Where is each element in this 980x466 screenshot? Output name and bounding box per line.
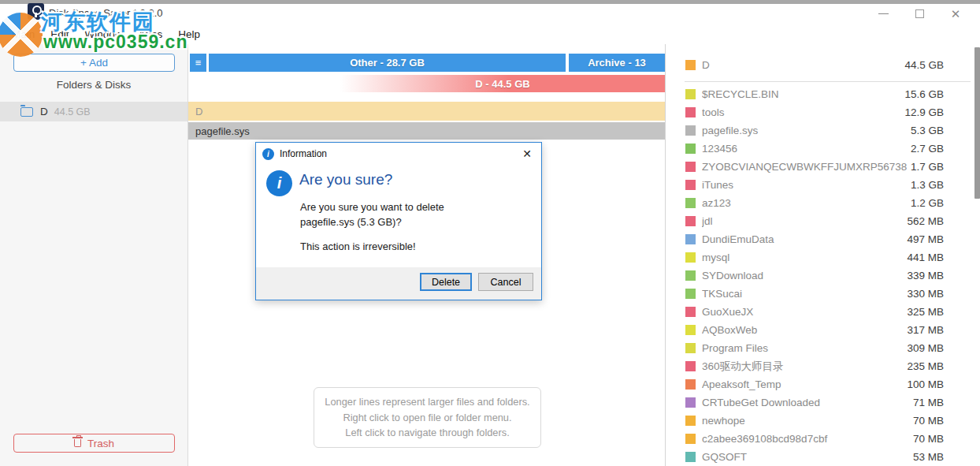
color-square-icon [685,379,696,390]
file-list-row[interactable]: newhope 70 MB [666,412,980,430]
treemap-row-d[interactable]: D [188,102,665,121]
treemap-bar-archive[interactable]: Archive - 13 [569,54,665,72]
dialog-close-icon[interactable]: ✕ [522,147,532,160]
treemap-bar-other[interactable]: Other - 28.7 GB [209,54,566,72]
treemap-row-pagefile[interactable]: pagefile.sys [188,122,665,140]
menu-item[interactable]: Window [77,26,131,43]
file-name: c2abee369108bcd98d7cbf [702,433,913,445]
trash-icon [74,439,81,447]
sidebar-item-drive-d[interactable]: D 44.5 GB [0,102,187,121]
file-size: 71 MB [913,397,944,408]
file-size: 317 MB [907,324,944,336]
file-list-row[interactable]: az123 1.2 GB [666,194,980,212]
close-button[interactable]: ✕ [937,4,974,24]
color-square-icon [685,125,696,136]
cancel-button[interactable]: Cancel [478,273,533,291]
dialog-titlebar: i Information [256,143,541,165]
file-list-row[interactable]: 123456 2.7 GB [666,140,980,158]
file-list-row[interactable]: 360驱动大师目录 235 MB [666,357,980,375]
file-name: D [702,59,904,71]
color-square-icon [685,252,696,263]
file-size: 15.6 GB [904,88,944,100]
file-name: newhope [702,415,913,427]
color-square-icon [685,434,696,444]
file-list: $RECYCLE.BIN 15.6 GB tools 12.9 GB pagef… [666,85,980,466]
treemap-bar-drive-d[interactable]: D - 44.5 GB [340,75,665,92]
file-list-row[interactable]: TKSucai 330 MB [666,285,980,303]
file-list-row[interactable]: DundiEmuData 497 MB [666,230,980,248]
file-list-row[interactable]: SYDownload 339 MB [666,267,980,285]
color-square-icon [685,452,696,462]
delete-button[interactable]: Delete [420,273,472,291]
minimize-button[interactable] [865,4,901,24]
file-name: 360驱动大师目录 [702,360,907,374]
file-name: jdl [702,215,907,227]
dialog-warning-text: This action is irreversible! [300,240,416,252]
file-name: mysql [702,252,907,263]
dialog-body-text: Are you sure you want to delete pagefile… [300,199,444,229]
file-size: 325 MB [907,306,944,318]
menu-item[interactable]: Main [4,26,43,43]
file-list-row[interactable]: AQBoxWeb 317 MB [666,321,980,339]
file-list-row[interactable]: tools 12.9 GB [666,103,980,121]
file-size: 100 MB [907,378,944,390]
file-list-summary-row[interactable]: D 44.5 GB [666,54,980,75]
file-list-row[interactable]: GQSOFT 53 MB [666,448,980,466]
dialog-body-line1: Are you sure you want to delete [300,199,444,214]
file-name: az123 [702,197,911,209]
hint-line: Right click to open file or folder menu. [343,410,511,426]
trash-button[interactable]: Trash [13,434,175,453]
file-size: 44.5 GB [904,59,944,71]
file-list-row[interactable]: CRTubeGet Downloaded 71 MB [666,393,980,412]
menu-item[interactable]: Apps [131,26,171,43]
file-size: 5.3 GB [911,125,944,136]
file-list-row[interactable]: iTunes 1.3 GB [666,176,980,194]
minimize-icon [878,13,889,15]
dialog-body-line2: pagefile.sys (5.3 GB)? [300,214,444,229]
color-square-icon [685,270,696,281]
file-size: 12.9 GB [904,106,944,118]
color-square-icon [685,60,696,70]
file-name: DundiEmuData [702,233,907,245]
file-list-row[interactable]: Program Files 309 MB [666,339,980,357]
file-list-row[interactable]: c2abee369108bcd98d7cbf 70 MB [666,430,980,448]
menubar: Main Edit Window Apps Help [0,24,980,44]
color-square-icon [685,234,696,244]
file-list-row[interactable]: GuoXueJX 325 MB [666,303,980,321]
file-list-row[interactable]: $RECYCLE.BIN 15.6 GB [666,85,980,103]
file-name: GQSOFT [702,451,913,463]
menu-item[interactable]: Edit [43,26,76,43]
color-square-icon [685,307,696,317]
confirmation-dialog: i Information ✕ i Are you sure? Are you … [255,142,542,300]
trash-button-label: Trash [87,438,114,449]
file-list-row[interactable]: jdl 562 MB [666,212,980,230]
color-square-icon [685,343,696,353]
file-size: 2.7 GB [911,143,944,155]
menu-item[interactable]: Help [170,26,208,43]
file-name: $RECYCLE.BIN [702,88,904,100]
file-size: 1.3 GB [911,179,944,191]
file-size: 235 MB [907,360,944,372]
color-square-icon [685,198,696,208]
dialog-title: Information [280,148,327,159]
file-list-row[interactable]: pagefile.sys 5.3 GB [666,121,980,140]
color-square-icon [685,416,696,426]
scrollbar-thumb[interactable] [974,47,980,199]
dialog-heading: Are you sure? [299,171,392,188]
color-square-icon [685,180,696,190]
file-list-row[interactable]: Apeaksoft_Temp 100 MB [666,375,980,393]
color-square-icon [685,289,696,299]
file-size: 53 MB [913,451,944,463]
maximize-button[interactable] [901,4,937,24]
file-size: 70 MB [913,433,944,445]
color-square-icon [685,144,696,154]
add-button[interactable]: + Add [13,54,175,72]
titlebar: Disk Space Saver * 2.2.0 ✕ [0,4,980,24]
color-square-icon [685,89,696,99]
file-size: 1.7 GB [911,161,944,173]
hamburger-menu-button[interactable]: ≡ [190,54,206,72]
file-list-row[interactable]: mysql 441 MB [666,248,980,267]
color-square-icon [685,397,696,408]
hint-box: Longer lines represent larger files and … [314,387,541,448]
file-list-row[interactable]: ZYOBCVIANQECWBWKFFJUMXRP56738 1.7 GB [666,158,980,176]
